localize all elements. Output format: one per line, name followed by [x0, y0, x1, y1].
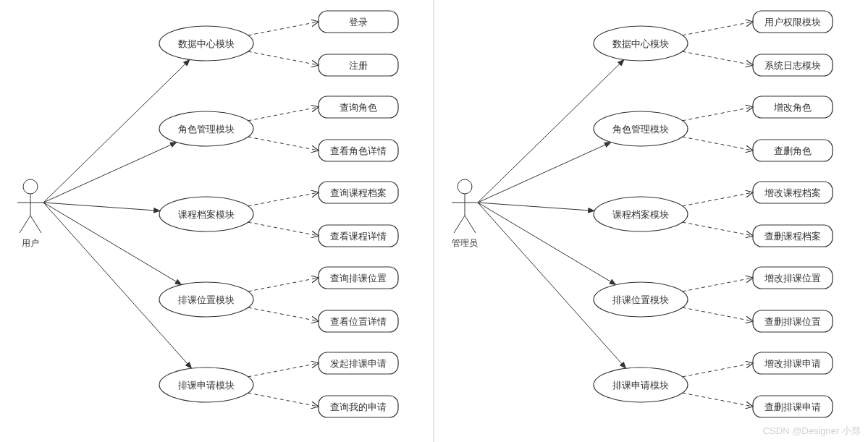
- module-label: 角色管理模块: [612, 124, 669, 135]
- module-label: 排课位置模块: [612, 294, 669, 305]
- use-case-leaf-label: 增改排课位置: [764, 273, 821, 284]
- actor-module-link: [43, 203, 160, 211]
- module-leaf-link: [683, 278, 753, 292]
- use-case-leaf-label: 登录: [349, 17, 368, 27]
- module-leaf-link: [683, 222, 753, 236]
- module-leaf-link: [248, 51, 319, 65]
- module-leaf-link: [248, 107, 319, 121]
- actor-leg: [465, 216, 476, 233]
- module-leaf-link: [683, 107, 753, 121]
- module-label: 课程档案模块: [178, 209, 235, 220]
- module-leaf-link: [683, 363, 753, 377]
- module-leaf-link: [248, 278, 319, 292]
- module-leaf-link: [683, 307, 753, 321]
- actor-module-link: [43, 143, 177, 203]
- use-case-leaf-label: 查看角色详情: [330, 145, 387, 156]
- module-label: 排课申请模块: [178, 380, 235, 391]
- actor-module-link: [478, 203, 594, 211]
- actor-module-link: [478, 143, 611, 203]
- module-leaf-link: [683, 51, 753, 65]
- use-case-leaf-label: 查询课程档案: [330, 187, 387, 198]
- actor-label: 管理员: [452, 238, 478, 248]
- use-case-leaf-label: 查看课程详情: [330, 231, 387, 242]
- use-case-leaf-label: 查删课程档案: [764, 231, 821, 242]
- actor-leg: [30, 216, 41, 233]
- use-case-leaf-label: 用户权限模块: [764, 17, 821, 27]
- module-leaf-link: [248, 192, 319, 206]
- actor-head-icon: [23, 179, 38, 194]
- module-label: 数据中心模块: [178, 38, 235, 49]
- use-case-leaf-label: 增改排课申请: [764, 358, 821, 369]
- admin-use-case-panel: 管理员数据中心模块用户权限模块系统日志模块角色管理模块增改角色查删角色课程档案模…: [452, 11, 833, 417]
- actor-leg: [454, 216, 465, 233]
- module-leaf-link: [248, 222, 319, 236]
- module-leaf-link: [248, 393, 319, 407]
- module-label: 排课位置模块: [178, 294, 235, 305]
- module-leaf-link: [248, 22, 319, 35]
- use-case-leaf-label: 查删排课申请: [764, 401, 821, 412]
- actor-module-link: [478, 203, 626, 368]
- module-label: 排课申请模块: [612, 380, 669, 391]
- actor-head-icon: [458, 179, 472, 194]
- module-label: 角色管理模块: [178, 124, 235, 135]
- module-leaf-link: [683, 393, 753, 407]
- user-use-case-panel: 用户数据中心模块登录注册角色管理模块查询角色查看角色详情课程档案模块查询课程档案…: [17, 11, 398, 417]
- actor-label: 用户: [22, 238, 39, 248]
- module-leaf-link: [683, 22, 753, 35]
- use-case-leaf-label: 系统日志模块: [764, 60, 821, 71]
- use-case-leaf-label: 增改课程档案: [764, 187, 821, 198]
- module-leaf-link: [248, 363, 319, 377]
- actor-leg: [20, 216, 30, 233]
- use-case-leaf-label: 查询排课位置: [330, 273, 387, 284]
- use-case-leaf-label: 发起排课申请: [330, 358, 387, 369]
- module-leaf-link: [683, 137, 753, 150]
- use-case-leaf-label: 查看位置详情: [330, 316, 387, 327]
- module-label: 数据中心模块: [612, 38, 669, 49]
- use-case-leaf-label: 查删角色: [774, 145, 812, 156]
- use-case-leaf-label: 查询角色: [340, 102, 377, 113]
- module-leaf-link: [248, 137, 319, 150]
- actor-module-link: [43, 203, 192, 368]
- use-case-leaf-label: 注册: [349, 60, 368, 71]
- use-case-leaf-label: 查询我的申请: [330, 401, 387, 412]
- module-label: 课程档案模块: [612, 209, 669, 220]
- use-case-leaf-label: 查删排课位置: [764, 316, 821, 327]
- module-leaf-link: [248, 307, 319, 321]
- use-case-leaf-label: 增改角色: [773, 102, 812, 113]
- use-case-diagram: 用户数据中心模块登录注册角色管理模块查询角色查看角色详情课程档案模块查询课程档案…: [0, 0, 868, 442]
- module-leaf-link: [683, 192, 753, 206]
